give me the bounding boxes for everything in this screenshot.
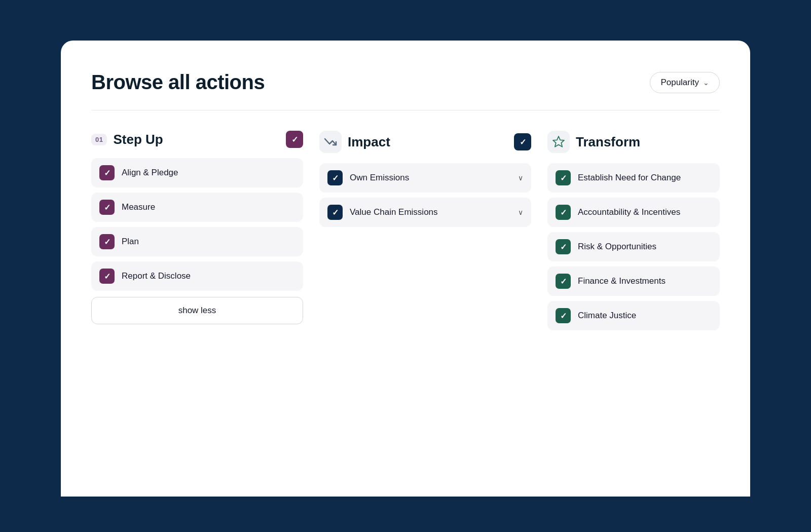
impact-column-checkbox[interactable]: ✓ [514, 133, 531, 150]
item-label: Establish Need for Change [578, 173, 712, 183]
list-item[interactable]: ✓ Finance & Investments [547, 267, 720, 296]
transform-title: Transform [576, 134, 640, 150]
check-icon: ✓ [560, 311, 567, 321]
check-icon: ✓ [291, 135, 298, 144]
list-item[interactable]: ✓ Own Emissions ∨ [319, 163, 531, 193]
item-checkbox: ✓ [327, 205, 343, 220]
check-icon: ✓ [104, 237, 110, 247]
step-up-items-list: ✓ Align & Pledge ✓ Measure ✓ Plan [91, 158, 303, 291]
item-label: Value Chain Emissions [350, 207, 511, 217]
column-transform: Transform ✓ Establish Need for Change ✓ … [547, 131, 720, 330]
item-label: Plan [122, 237, 295, 247]
svg-marker-0 [553, 136, 564, 147]
item-checkbox: ✓ [99, 200, 115, 215]
chevron-down-icon: ⌄ [703, 79, 709, 87]
columns-container: 01 Step Up ✓ ✓ Align & Pledge ✓ Mea [91, 131, 720, 330]
impact-icon-badge [319, 131, 342, 153]
impact-title: Impact [348, 134, 390, 150]
item-label: Climate Justice [578, 311, 712, 321]
item-checkbox: ✓ [99, 165, 115, 180]
item-label: Risk & Opportunities [578, 242, 712, 252]
check-icon: ✓ [560, 208, 567, 217]
check-icon: ✓ [560, 277, 567, 286]
star-icon [551, 135, 566, 149]
list-item[interactable]: ✓ Plan [91, 227, 303, 256]
page-title: Browse all actions [91, 71, 265, 94]
list-item[interactable]: ✓ Value Chain Emissions ∨ [319, 198, 531, 227]
sort-dropdown[interactable]: Popularity ⌄ [650, 72, 720, 93]
list-item[interactable]: ✓ Measure [91, 193, 303, 222]
item-label: Finance & Investments [578, 276, 712, 286]
transform-icon-badge [547, 131, 570, 153]
trend-down-icon [323, 135, 338, 149]
item-checkbox: ✓ [99, 234, 115, 249]
column-transform-header: Transform [547, 131, 720, 153]
item-checkbox: ✓ [556, 170, 571, 185]
column-impact: Impact ✓ ✓ Own Emissions ∨ ✓ Valu [319, 131, 531, 227]
check-icon: ✓ [520, 137, 526, 147]
impact-items-list: ✓ Own Emissions ∨ ✓ Value Chain Emission… [319, 163, 531, 227]
column-step-up-header: 01 Step Up ✓ [91, 131, 303, 148]
item-label: Report & Disclose [122, 271, 295, 281]
check-icon: ✓ [104, 272, 110, 281]
transform-items-list: ✓ Establish Need for Change ✓ Accountabi… [547, 163, 720, 330]
item-checkbox: ✓ [556, 239, 571, 254]
item-checkbox: ✓ [327, 170, 343, 185]
column-step-up: 01 Step Up ✓ ✓ Align & Pledge ✓ Mea [91, 131, 303, 324]
chevron-down-icon: ∨ [518, 208, 523, 216]
sort-label: Popularity [660, 78, 699, 88]
list-item[interactable]: ✓ Align & Pledge [91, 158, 303, 187]
step-up-title: Step Up [113, 132, 163, 147]
step-up-column-checkbox[interactable]: ✓ [286, 131, 303, 148]
check-icon: ✓ [104, 203, 110, 212]
check-icon: ✓ [560, 173, 567, 183]
list-item[interactable]: ✓ Risk & Opportunities [547, 232, 720, 261]
header-divider [91, 110, 720, 110]
check-icon: ✓ [332, 208, 339, 217]
chevron-down-icon: ∨ [518, 174, 523, 182]
check-icon: ✓ [332, 173, 339, 183]
item-checkbox: ✓ [556, 205, 571, 220]
show-less-button[interactable]: show less [91, 297, 303, 324]
column-impact-header: Impact ✓ [319, 131, 531, 153]
list-item[interactable]: ✓ Report & Disclose [91, 261, 303, 291]
item-label: Accountability & Incentives [578, 207, 712, 217]
item-checkbox: ✓ [556, 274, 571, 289]
list-item[interactable]: ✓ Accountability & Incentives [547, 198, 720, 227]
item-label: Own Emissions [350, 173, 511, 183]
main-card: Browse all actions Popularity ⌄ 01 Step … [61, 41, 750, 497]
check-icon: ✓ [560, 242, 567, 252]
step-up-number-badge: 01 [91, 134, 107, 145]
check-icon: ✓ [104, 168, 110, 178]
list-item[interactable]: ✓ Climate Justice [547, 301, 720, 330]
item-label: Measure [122, 202, 295, 212]
item-label: Align & Pledge [122, 168, 295, 178]
list-item[interactable]: ✓ Establish Need for Change [547, 163, 720, 193]
header-row: Browse all actions Popularity ⌄ [91, 71, 720, 94]
item-checkbox: ✓ [99, 269, 115, 284]
item-checkbox: ✓ [556, 308, 571, 323]
